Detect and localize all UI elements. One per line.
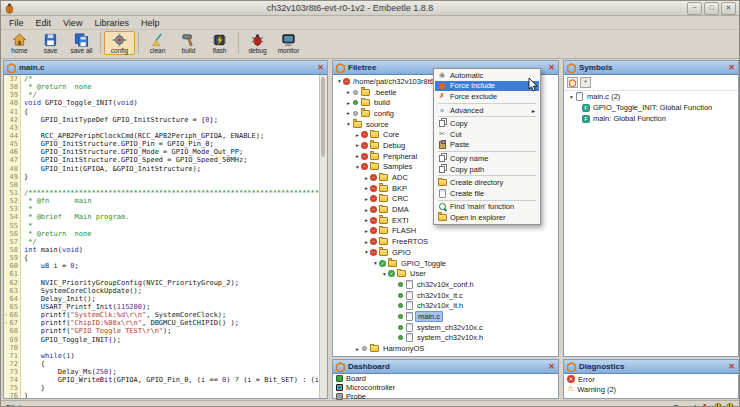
code-line[interactable]: 70 (4, 344, 327, 352)
code-line[interactable]: 61 (4, 270, 327, 278)
code-line[interactable]: 44 RCC_APB2PeriphClockCmd(RCC_APB2Periph… (4, 132, 327, 140)
code-line[interactable]: 53 * (4, 205, 327, 213)
diagnostic-row[interactable]: ✕Error (564, 374, 738, 384)
chevron-down-icon[interactable]: ▾ (568, 94, 575, 100)
code-line[interactable]: 55 * (4, 222, 327, 230)
chevron-right-icon[interactable]: ▸ (354, 142, 361, 148)
chevron-right-icon[interactable]: ▸ (363, 207, 370, 213)
code-line[interactable]: 57 */ (4, 238, 327, 246)
scrollbar-thumb[interactable] (321, 77, 325, 157)
code-line[interactable]: 63 SystemCoreClockUpdate(); (4, 287, 327, 295)
chevron-down-icon[interactable]: ▾ (363, 249, 370, 255)
code-line[interactable]: 73 Delay_Ms(250); (4, 368, 327, 376)
close-panel-icon[interactable]: ✕ (728, 64, 735, 72)
context-menu-item[interactable]: ◉Automatic (435, 70, 539, 81)
code-line[interactable]: ⚠66 printf("SystemClk:%d\r\n", SystemCor… (4, 311, 327, 319)
code-line[interactable]: 69 GPIO_Toggle_INIT(); (4, 336, 327, 344)
filter-asterisk-button[interactable]: * (580, 77, 591, 88)
code-line[interactable]: ⚠67 printf("ChipID:%08x\r\n", DBGMCU_Get… (4, 319, 327, 327)
bee-icon[interactable] (714, 403, 722, 407)
tree-row[interactable]: ch32v10x_conf.h (333, 279, 558, 290)
code-line[interactable]: 75 } (4, 384, 327, 392)
minimize-button[interactable]: − (687, 2, 702, 15)
code-line[interactable]: 37/* (4, 75, 327, 83)
build-button[interactable]: build (173, 31, 204, 55)
code-line[interactable]: 72 { (4, 360, 327, 368)
code-line[interactable]: 56 * @return none (4, 230, 327, 238)
context-menu-item[interactable]: »Advanced▸ (435, 105, 539, 116)
home-button[interactable]: home (4, 31, 35, 55)
chevron-down-icon[interactable]: ▾ (354, 164, 361, 170)
chevron-right-icon[interactable]: ▸ (363, 175, 370, 181)
filter-hexagon-button[interactable] (567, 77, 578, 88)
diagnostics-panel-header[interactable]: Diagnostics ✕ (564, 360, 738, 374)
symbol-item[interactable]: FGPIO_Toggle_INIT: Global Function (564, 102, 738, 113)
chevron-right-icon[interactable]: ▸ (345, 110, 352, 116)
code-line[interactable]: 47 GPIO_InitStructure.GPIO_Speed = GPIO_… (4, 156, 327, 164)
code-line[interactable]: 54 * @brief Main program. (4, 213, 327, 221)
close-panel-icon[interactable]: ✕ (728, 363, 735, 371)
context-menu-item[interactable]: ✂Cut (435, 129, 539, 140)
context-menu-item[interactable]: Paste (435, 140, 539, 151)
code-line[interactable]: 45 GPIO_InitStructure.GPIO_Pin = GPIO_Pi… (4, 140, 327, 148)
code-line[interactable]: 41{ (4, 108, 327, 116)
diagnostic-row[interactable]: ⚠Warning (2) (564, 384, 738, 394)
context-menu-item[interactable]: Open in explorer (435, 212, 539, 223)
tree-row[interactable]: system_ch32v10x.c (333, 322, 558, 333)
code-line[interactable]: 50 (4, 181, 327, 189)
editor-scrollbar[interactable] (319, 75, 327, 398)
code-line[interactable]: 60 u8 i = 0; (4, 262, 327, 270)
chevron-right-icon[interactable]: ▸ (363, 185, 370, 191)
monitor-button[interactable]: monitor (273, 31, 304, 55)
symbols-root-row[interactable]: ▾ main.c (2) (564, 91, 738, 102)
code-line[interactable]: 48 GPIO_Init(GPIOA, &GPIO_InitStructure)… (4, 165, 327, 173)
code-editor[interactable]: 37/*38 * @return none39 */40void GPIO_To… (4, 75, 327, 398)
menu-item-libraries[interactable]: Libraries (88, 16, 135, 29)
code-line[interactable]: 51/*************************************… (4, 189, 327, 197)
context-menu-item[interactable]: ✗Force exclude (435, 91, 539, 102)
context-menu-item[interactable]: Copy (435, 118, 539, 129)
tree-row[interactable]: ▸−FreeRTOS (333, 236, 558, 247)
config-button[interactable]: config (104, 31, 135, 55)
code-line[interactable]: 38 * @return none (4, 83, 327, 91)
bee-icon[interactable] (726, 403, 734, 407)
chevron-right-icon[interactable]: ▸ (354, 153, 361, 159)
code-line[interactable]: 46 GPIO_InitStructure.GPIO_Mode = GPIO_M… (4, 148, 327, 156)
menu-item-file[interactable]: File (3, 16, 30, 29)
maximize-button[interactable]: □ (704, 2, 719, 15)
flash-button[interactable]: flash (204, 31, 235, 55)
code-line[interactable]: 42 GPIO_InitTypeDef GPIO_InitStructure =… (4, 116, 327, 124)
context-menu-item[interactable]: Find 'main' function (435, 202, 539, 213)
code-line[interactable]: 64 Delay_Init(); (4, 295, 327, 303)
save-all-button[interactable]: save all (66, 31, 97, 55)
context-menu-item[interactable]: Copy name (435, 153, 539, 164)
code-line[interactable]: 52 * @fn main (4, 197, 327, 205)
close-panel-icon[interactable]: ✕ (548, 363, 555, 371)
code-line[interactable]: 68 printf("GPIO Toggle TEST\r\n"); (4, 327, 327, 335)
code-line[interactable]: 71 while(1) (4, 352, 327, 360)
editor-panel-header[interactable]: main.c ✕ (4, 61, 327, 75)
close-panel-icon[interactable]: ✕ (548, 64, 555, 72)
context-menu-item[interactable]: Force include (435, 81, 539, 92)
chevron-right-icon[interactable]: ▸ (363, 217, 370, 223)
context-menu-item[interactable]: Create directory (435, 177, 539, 188)
chevron-right-icon[interactable]: ▸ (363, 239, 370, 245)
debug-button[interactable]: debug (242, 31, 273, 55)
tree-row[interactable]: system_ch32v10x.h (333, 333, 558, 344)
code-line[interactable]: 76} (4, 392, 327, 398)
dashboard-row[interactable]: Board (333, 374, 558, 383)
menu-item-help[interactable]: Help (135, 16, 166, 29)
chevron-right-icon[interactable]: ▸ (345, 89, 352, 95)
chevron-down-icon[interactable]: ▾ (345, 121, 352, 127)
code-line[interactable]: 39 */ (4, 91, 327, 99)
code-line[interactable]: 40void GPIO_Toggle_INIT(void) (4, 99, 327, 107)
dashboard-panel-header[interactable]: Dashboard ✕ (333, 360, 558, 374)
stats-chart-icon[interactable] (700, 403, 710, 407)
tree-row[interactable]: ▸HarmonyOS (333, 343, 558, 354)
context-menu-item[interactable]: Copy path (435, 164, 539, 175)
menu-item-view[interactable]: View (57, 16, 88, 29)
chevron-right-icon[interactable]: ▸ (363, 196, 370, 202)
tree-row[interactable]: ▾✓GPIO_Toggle (333, 258, 558, 269)
chevron-right-icon[interactable]: ▸ (345, 100, 352, 106)
tree-row[interactable]: main.c (333, 311, 558, 322)
